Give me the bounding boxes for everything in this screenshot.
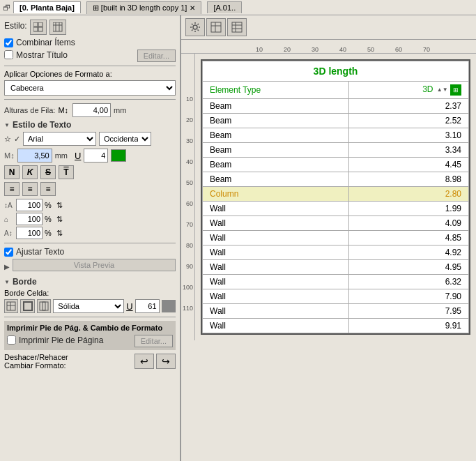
fontsize-input[interactable] <box>17 149 52 163</box>
triangle-icon3: ▼ <box>4 279 10 285</box>
cell-value: 4.45 <box>349 158 469 172</box>
mostrar-checkbox-row: Mostrar Título <box>4 50 135 60</box>
table-btn[interactable] <box>206 18 226 36</box>
ruler-left-100: 100 <box>183 277 194 298</box>
grid-view-btn[interactable] <box>30 20 47 35</box>
divider4 <box>4 317 176 317</box>
table-row[interactable]: Beam2.52 <box>203 114 469 128</box>
table-row[interactable]: Beam2.37 <box>203 99 469 114</box>
border-btn1[interactable] <box>4 299 18 313</box>
imprimir-pie-checkbox[interactable] <box>7 335 16 345</box>
ajustar-row: Ajustar Texto <box>4 247 176 257</box>
italic-btn[interactable]: K <box>22 165 38 179</box>
ruler-50: 50 <box>357 46 385 53</box>
grid-view2-btn[interactable] <box>49 20 66 35</box>
tab-close-icon[interactable]: ✕ <box>190 4 195 12</box>
right-panel: 10 20 30 40 50 60 70 10 20 30 40 50 <box>181 15 476 461</box>
toolbar-row <box>181 15 476 40</box>
table-row[interactable]: Wall7.95 <box>203 304 469 319</box>
divider1 <box>4 66 176 66</box>
grid-icon <box>33 22 43 32</box>
align-center-btn[interactable]: ≡ <box>22 182 38 196</box>
align-left-btn[interactable]: ≡ <box>4 182 20 196</box>
borde-controls: Sólida U <box>4 299 176 313</box>
table-row[interactable]: Beam3.34 <box>203 143 469 158</box>
bold-btn[interactable]: N <box>4 165 20 179</box>
table-btn2[interactable] <box>227 18 247 36</box>
left-ruler: 10 20 30 40 50 60 70 80 90 100 110 <box>181 54 195 340</box>
undo-btn[interactable]: ↩ <box>135 354 154 369</box>
table-row[interactable]: Wall9.91 <box>203 319 469 333</box>
mostrar-label: Mostrar Título <box>16 50 68 60</box>
font-select[interactable]: Arial <box>23 132 96 146</box>
color-swatch[interactable] <box>111 149 126 162</box>
strikethrough-btn[interactable]: S <box>40 165 56 179</box>
settings-btn[interactable] <box>185 18 205 36</box>
mostrar-checkbox[interactable] <box>4 50 13 59</box>
cell-type: Wall <box>203 319 349 333</box>
table-row[interactable]: Wall4.85 <box>203 231 469 245</box>
table-row[interactable]: Column2.80 <box>203 187 469 202</box>
col-action-btn[interactable]: ⊞ <box>450 84 461 96</box>
table-row[interactable]: Beam4.45 <box>203 158 469 172</box>
cell-type: Wall <box>203 245 349 260</box>
svg-rect-8 <box>7 302 15 310</box>
left-tab[interactable]: [0. Planta Baja] <box>13 1 81 13</box>
region-select[interactable]: Occidental <box>99 132 151 146</box>
table-row[interactable]: Wall1.99 <box>203 202 469 216</box>
redo-btn[interactable]: ↪ <box>156 354 176 369</box>
grid2-icon <box>53 22 63 32</box>
ruler-left-40: 40 <box>186 151 194 172</box>
table-wrapper: 3D length Element Type 3D ▲▼ ⊞ <box>201 59 470 335</box>
ruler-10: 10 <box>245 46 273 53</box>
table-row[interactable]: Wall4.95 <box>203 260 469 275</box>
svg-rect-1 <box>38 22 43 27</box>
altura-input[interactable] <box>72 103 111 117</box>
border-btn3[interactable] <box>37 299 51 313</box>
spacing-input3[interactable] <box>16 227 43 239</box>
table-row[interactable]: Wall4.92 <box>203 245 469 260</box>
percent1: % <box>45 201 52 209</box>
data-table: 3D length Element Type 3D ▲▼ ⊞ <box>202 61 469 333</box>
table-row[interactable]: Wall4.09 <box>203 216 469 231</box>
combinar-checkbox[interactable] <box>4 38 13 47</box>
spacing-input2[interactable] <box>16 213 43 225</box>
right-tab2[interactable]: [A.01.. <box>207 1 242 13</box>
overline-btn[interactable]: T <box>59 165 74 179</box>
table-row[interactable]: Beam8.98 <box>203 172 469 187</box>
cell-value: 4.92 <box>349 245 469 260</box>
spacing-row3: A↕ % ⇅ <box>4 227 176 239</box>
align-right-btn[interactable]: ≡ <box>40 182 56 196</box>
svg-rect-13 <box>43 302 45 310</box>
cell-value: 1.99 <box>349 202 469 216</box>
cell-type: Wall <box>203 216 349 231</box>
border-value-input[interactable] <box>135 299 160 313</box>
vista-previa-btn[interactable]: Vista Previa <box>13 259 176 271</box>
underline-input[interactable] <box>84 149 108 163</box>
spacing-input1[interactable] <box>16 199 43 211</box>
ajustar-checkbox[interactable] <box>4 248 13 257</box>
table-icon2 <box>210 22 222 33</box>
undo-row: Deshacer/Rehacer Cambiar Formato: ↩ ↪ <box>4 353 176 370</box>
editar-btn[interactable]: Editar... <box>137 50 176 62</box>
right-tab[interactable]: ⊞ [built in 3D length copy 1] ✕ <box>86 1 202 14</box>
left-tab-label: [0. Planta Baja] <box>20 3 75 12</box>
aplicar-select[interactable]: Cabecera <box>4 80 176 96</box>
editar-btn2[interactable]: Editar... <box>135 335 173 347</box>
cell-value: 8.98 <box>349 172 469 187</box>
percent3: % <box>45 229 52 237</box>
table-row[interactable]: Wall6.32 <box>203 275 469 289</box>
cell-value: 2.37 <box>349 99 469 114</box>
table-row[interactable]: Beam3.10 <box>203 128 469 143</box>
table-scroll[interactable]: 3D length Element Type 3D ▲▼ ⊞ <box>195 54 476 340</box>
border-btn2[interactable] <box>20 299 34 313</box>
borde-tipo-select[interactable]: Sólida <box>53 299 124 313</box>
arrow-icon2: ⇅ <box>56 215 63 224</box>
window-icon: 🗗 <box>3 3 10 12</box>
table-row[interactable]: Wall7.90 <box>203 289 469 304</box>
cell-value: 3.34 <box>349 143 469 158</box>
ruler-marks: 10 20 30 40 50 60 70 <box>210 40 440 53</box>
svg-rect-4 <box>53 22 62 31</box>
border-color-swatch[interactable] <box>162 300 176 312</box>
triangle-icon2: ▶ <box>4 263 10 271</box>
